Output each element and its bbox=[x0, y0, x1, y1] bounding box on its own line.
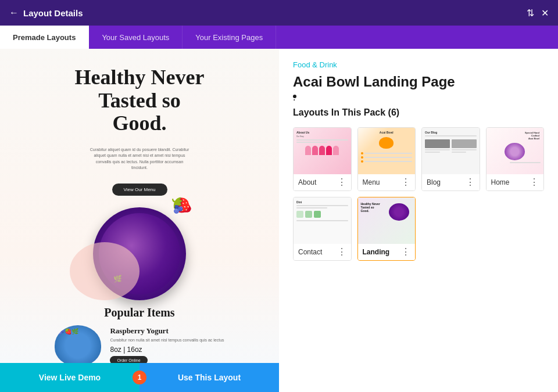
header-right: ⇅ ✕ bbox=[527, 8, 549, 19]
layout-label-row-about: About ⋮ bbox=[294, 174, 351, 190]
right-panel: Food & Drink Acai Bowl Landing Page · La… bbox=[279, 49, 558, 392]
layouts-count: Layouts In This Pack (6) bbox=[293, 107, 544, 118]
layout-label-home: Home bbox=[491, 178, 510, 186]
popular-section: Popular Items Raspberry Yogurt Curabitur… bbox=[31, 300, 247, 372]
layouts-grid-row1: About Us Our Story Abo bbox=[293, 127, 544, 191]
landing-bowl bbox=[389, 203, 409, 221]
badge-count: 1 bbox=[133, 371, 146, 384]
layout-label-blog: Blog bbox=[427, 178, 441, 186]
bowl-container: 🍓 🫐 🌿 bbox=[81, 202, 198, 300]
layout-menu-about[interactable]: ⋮ bbox=[337, 178, 346, 187]
layout-label-row-blog: Blog ⋮ bbox=[422, 174, 480, 190]
layout-thumbnail-landing: Healthy NeverTasted soGood. bbox=[358, 197, 416, 244]
item-name: Raspberry Yogurt bbox=[110, 326, 224, 336]
layout-label-row-contact: Contact ⋮ bbox=[294, 244, 351, 260]
layout-title: Acai Bowl Landing Page bbox=[293, 74, 544, 90]
category-tag: Food & Drink bbox=[293, 60, 544, 69]
preview-content: Healthy Never Tasted so Good. Curabitur … bbox=[0, 49, 279, 300]
tabs-bar: Premade Layouts Your Saved Layouts Your … bbox=[0, 26, 558, 49]
layout-card-home[interactable]: Special HandCraftedAcai Bowl Home ⋮ bbox=[486, 127, 545, 191]
popular-item: Raspberry Yogurt Curabitur non nulla sit… bbox=[55, 325, 224, 366]
layout-label-menu: Menu bbox=[363, 178, 380, 186]
layout-label-row-home: Home ⋮ bbox=[487, 174, 544, 190]
layout-card-contact[interactable]: Dini Contact ⋮ bbox=[293, 197, 352, 261]
layout-label-landing: Landing bbox=[363, 248, 390, 256]
bottom-buttons: View Live Demo 1 Use This Layout bbox=[0, 363, 279, 392]
landing-text-mini: Healthy NeverTasted soGood. bbox=[361, 202, 380, 213]
popular-title: Popular Items bbox=[55, 306, 224, 319]
layout-card-blog[interactable]: Our Blog bbox=[421, 127, 480, 191]
layout-menu-home[interactable]: ⋮ bbox=[530, 178, 539, 187]
close-icon[interactable]: ✕ bbox=[541, 8, 549, 19]
view-live-demo-button[interactable]: View Live Demo bbox=[0, 363, 140, 392]
layout-label-about: About bbox=[298, 178, 316, 186]
layout-thumbnail-contact: Dini bbox=[294, 197, 351, 244]
preview-heading: Healthy Never Tasted so Good. bbox=[23, 66, 256, 135]
dot-separator: · bbox=[293, 95, 296, 98]
layout-menu-contact[interactable]: ⋮ bbox=[337, 247, 346, 257]
layout-thumbnail-blog: Our Blog bbox=[422, 128, 480, 174]
fruit-bowl-mini bbox=[55, 325, 101, 366]
tab-existing[interactable]: Your Existing Pages bbox=[183, 26, 276, 49]
tab-saved[interactable]: Your Saved Layouts bbox=[89, 26, 183, 49]
landing-hero: Healthy NeverTasted soGood. bbox=[358, 197, 416, 244]
layout-menu-menu[interactable]: ⋮ bbox=[401, 178, 410, 187]
back-icon[interactable]: ← bbox=[9, 8, 19, 18]
item-detail: Curabitur non nulla sit amet nisl tempus… bbox=[110, 337, 224, 344]
layouts-grid-row2: Dini Contact ⋮ bbox=[293, 197, 544, 261]
main-content: Healthy Never Tasted so Good. Curabitur … bbox=[0, 49, 558, 392]
header-left: ← Layout Details bbox=[9, 8, 83, 18]
header-title: Layout Details bbox=[23, 8, 83, 18]
preview-image: Healthy Never Tasted so Good. Curabitur … bbox=[0, 49, 279, 392]
view-our-menu-button[interactable]: View Our Menu bbox=[112, 184, 167, 196]
settings-icon[interactable]: ⇅ bbox=[527, 8, 534, 19]
layout-card-menu[interactable]: Acai Bowl Menu ⋮ bbox=[357, 127, 416, 191]
layout-menu-blog[interactable]: ⋮ bbox=[466, 178, 475, 187]
layout-card-landing[interactable]: Healthy NeverTasted soGood. Landing ⋮ bbox=[357, 197, 416, 261]
preview-subtext: Curabitur aliquet quam id du posuere bla… bbox=[87, 147, 192, 171]
tab-premade[interactable]: Premade Layouts bbox=[0, 26, 89, 49]
pink-blob-decoration bbox=[70, 242, 140, 300]
item-size: 8oz | 16oz bbox=[110, 346, 224, 354]
layout-thumbnail-home: Special HandCraftedAcai Bowl bbox=[487, 128, 544, 174]
preview-panel: Healthy Never Tasted so Good. Curabitur … bbox=[0, 49, 279, 392]
layout-label-contact: Contact bbox=[298, 248, 322, 256]
layout-thumbnail-menu: Acai Bowl bbox=[358, 128, 416, 174]
layout-label-row-landing: Landing ⋮ bbox=[358, 244, 416, 260]
item-desc: Raspberry Yogurt Curabitur non nulla sit… bbox=[110, 326, 224, 365]
layout-menu-landing[interactable]: ⋮ bbox=[401, 247, 410, 257]
blueberry-icon: 🫐 bbox=[173, 204, 183, 214]
layout-thumbnail-about: About Us Our Story bbox=[294, 128, 351, 174]
layout-label-row-menu: Menu ⋮ bbox=[358, 174, 416, 190]
header: ← Layout Details ⇅ ✕ bbox=[0, 0, 558, 26]
use-this-layout-button[interactable]: 1 Use This Layout bbox=[140, 363, 279, 392]
layout-card-about[interactable]: About Us Our Story Abo bbox=[293, 127, 352, 191]
